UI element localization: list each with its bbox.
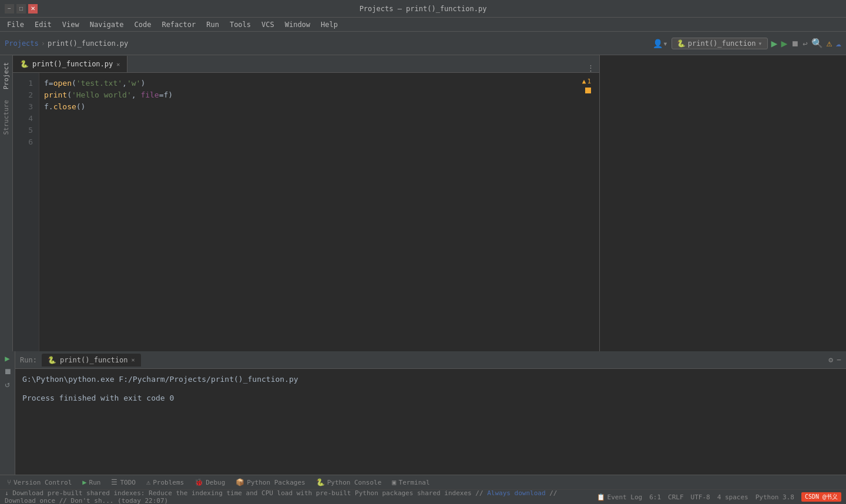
menu-refactor[interactable]: Refactor [157, 19, 200, 30]
run-panel: ▶ ⏹ ↺ Run: 🐍 print()_function ✕ ⚙ − G:\P… [0, 351, 846, 475]
indent[interactable]: 4 spaces [717, 493, 748, 501]
run-collapse-icon[interactable]: − [837, 355, 841, 364]
status-message[interactable]: ↓ Download pre-built shared indexes: Red… [5, 489, 592, 504]
code-line-3: f.close() [44, 101, 595, 113]
editor-settings-icon[interactable]: ⋮ [587, 63, 595, 72]
menu-window[interactable]: Window [280, 19, 315, 30]
breadcrumb-file[interactable]: print()_function.py [48, 39, 128, 48]
bottom-tab-todo[interactable]: ☰ TODO [106, 475, 140, 489]
run-label: Run: [20, 356, 37, 364]
tab-python-icon: 🐍 [20, 60, 29, 68]
profile-icon[interactable]: 👤▾ [653, 39, 667, 48]
close-button[interactable]: ✕ [28, 4, 38, 14]
warning-count: ▲ ▲ 1 1 [582, 78, 591, 85]
csdn-badge: CSDN @书义 [801, 492, 841, 502]
event-log-label: Event Log [607, 493, 643, 501]
bottom-tab-python-console[interactable]: 🐍 Python Console [311, 475, 387, 489]
python-version[interactable]: Python 3.8 [756, 493, 794, 501]
run-tab-close[interactable]: ✕ [132, 357, 135, 363]
right-panel [599, 55, 846, 351]
run-tab-name: print()_function [60, 356, 128, 364]
version-control-icon: ⑂ [7, 478, 11, 486]
run-config-name: print()_function [688, 39, 756, 48]
menu-edit[interactable]: Edit [30, 19, 56, 30]
run-header-actions: ⚙ − [828, 355, 841, 364]
menu-run[interactable]: Run [202, 19, 224, 30]
bottom-tab-run[interactable]: ▶ Run [78, 475, 105, 489]
toolbar-cloud-icon[interactable]: ☁ [835, 38, 841, 49]
run-content: G:\Python\python.exe F:/Pycharm/Projects… [15, 369, 846, 475]
run-config-selector[interactable]: 🐍 print()_function ▾ [672, 38, 768, 49]
editor-tab-main[interactable]: 🐍 print()_function.py ✕ [13, 56, 127, 72]
run-result: Process finished with exit code 0 [22, 392, 839, 404]
editor-tabs: 🐍 print()_function.py ✕ ⋮ [13, 55, 599, 73]
bottom-toolbar: ⑂ Version Control ▶ Run ☰ TODO ⚠ Problem… [0, 475, 846, 489]
code-editor: 1 2 3 4 5 6 f=open('test.txt','w') print… [13, 73, 599, 351]
problems-icon: ⚠ [146, 478, 150, 486]
code-line-5 [44, 125, 595, 136]
toolbar-search-icon[interactable]: 🔍 [811, 38, 823, 49]
status-bar-left: ↓ Download pre-built shared indexes: Red… [5, 489, 592, 504]
breadcrumb: Projects › print()_function.py [5, 39, 128, 48]
bottom-tab-run-label: Run [89, 479, 101, 486]
run-stop-icon[interactable]: ⏹ [4, 367, 12, 376]
bottom-tab-python-packages-label: Python Packages [247, 479, 305, 486]
sidebar-tab-project[interactable]: Project [0, 58, 12, 94]
menu-vcs[interactable]: VCS [257, 19, 279, 30]
run-panel-header: Run: 🐍 print()_function ✕ ⚙ − [15, 351, 846, 369]
bottom-tab-debug[interactable]: 🐞 Debug [190, 475, 230, 489]
python-console-icon: 🐍 [316, 478, 325, 486]
run-tab-icon: 🐍 [48, 356, 56, 364]
menu-help[interactable]: Help [316, 19, 343, 30]
run-button[interactable]: ▶ [771, 37, 778, 49]
status-bar-right: 📋 Event Log 6:1 CRLF UTF-8 4 spaces Pyth… [597, 492, 841, 502]
run-tab[interactable]: 🐍 print()_function ✕ [42, 354, 141, 367]
bottom-tab-vc-label: Version Control [14, 479, 72, 486]
bottom-tab-python-console-label: Python Console [327, 479, 382, 486]
menu-view[interactable]: View [58, 19, 84, 30]
minimize-button[interactable]: − [5, 4, 14, 14]
debug-icon: 🐞 [194, 478, 203, 486]
event-log-item[interactable]: 📋 Event Log [597, 493, 643, 501]
toolbar-help-icon[interactable]: ⚠ [827, 38, 832, 49]
bottom-tab-python-packages[interactable]: 📦 Python Packages [231, 475, 310, 489]
breadcrumb-separator: › [41, 39, 45, 48]
cursor-position[interactable]: 6:1 [649, 493, 661, 501]
encoding[interactable]: UTF-8 [691, 493, 710, 501]
breadcrumb-projects[interactable]: Projects [5, 39, 39, 48]
status-bar: ↓ Download pre-built shared indexes: Red… [0, 489, 846, 504]
warning-marker[interactable] [585, 88, 591, 93]
run-settings-icon[interactable]: ⚙ [828, 355, 833, 364]
code-line-6 [44, 136, 595, 148]
terminal-icon: ▣ [392, 478, 396, 486]
code-line-2: print('Hello world', file=f) [44, 89, 595, 101]
event-log-icon: 📋 [597, 493, 605, 501]
main-toolbar: Projects › print()_function.py 👤▾ 🐍 prin… [0, 32, 846, 55]
main-layout: Project Structure 🐍 print()_function.py … [0, 55, 846, 351]
run-path: G:\Python\python.exe F:/Pycharm/Projects… [22, 374, 839, 385]
menu-navigate[interactable]: Navigate [85, 19, 129, 30]
rerun-button[interactable]: ↩ [803, 39, 807, 48]
stop-button[interactable]: ⏹ [791, 39, 799, 48]
tab-close-button[interactable]: ✕ [116, 61, 120, 68]
menu-file[interactable]: File [2, 19, 29, 30]
run-icon: ▶ [82, 478, 86, 486]
always-download-link[interactable]: Always download [487, 489, 545, 497]
menu-code[interactable]: Code [130, 19, 156, 30]
run-restart-icon[interactable]: ▶ [5, 354, 9, 363]
menu-tools[interactable]: Tools [225, 19, 256, 30]
sidebar-tab-structure[interactable]: Structure [0, 95, 12, 140]
run-with-coverage-button[interactable]: ▶ [781, 37, 787, 49]
code-line-1: f=open('test.txt','w') [44, 78, 595, 89]
line-ending[interactable]: CRLF [668, 493, 684, 501]
bottom-tab-version-control[interactable]: ⑂ Version Control [2, 475, 76, 489]
code-content[interactable]: f=open('test.txt','w') print('Hello worl… [39, 73, 599, 351]
maximize-button[interactable]: □ [16, 4, 26, 14]
todo-icon: ☰ [111, 478, 118, 486]
bottom-tab-problems[interactable]: ⚠ Problems [142, 475, 189, 489]
bottom-tab-terminal[interactable]: ▣ Terminal [387, 475, 434, 489]
run-rerun-icon[interactable]: ↺ [5, 379, 9, 389]
run-panel-inner: Run: 🐍 print()_function ✕ ⚙ − G:\Python\… [15, 351, 846, 475]
toolbar-actions: 👤▾ 🐍 print()_function ▾ ▶ ▶ ⏹ ↩ 🔍 ⚠ ☁ [653, 37, 841, 49]
run-left-toolbar: ▶ ⏹ ↺ [0, 351, 15, 475]
